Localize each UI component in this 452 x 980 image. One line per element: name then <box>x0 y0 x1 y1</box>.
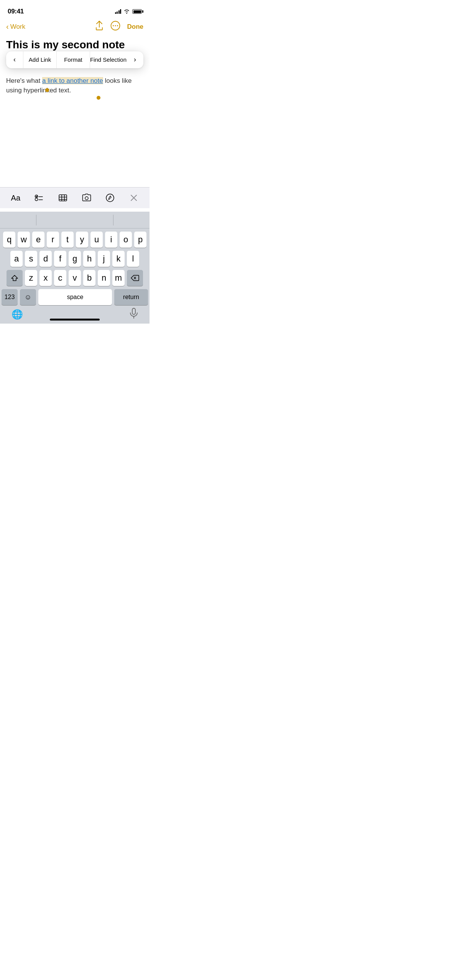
key-o[interactable]: o <box>120 232 132 248</box>
back-button[interactable]: ‹ Work <box>6 23 25 31</box>
emoji-key[interactable]: ☺ <box>20 289 36 305</box>
selection-handle-left <box>45 88 49 92</box>
selection-handle-right <box>97 96 100 100</box>
key-b[interactable]: b <box>83 270 95 286</box>
nav-actions: Done <box>95 21 144 33</box>
svg-point-6 <box>35 198 38 201</box>
share-icon[interactable] <box>95 21 104 33</box>
key-g[interactable]: g <box>69 251 81 267</box>
context-menu-add-link[interactable]: Add Link <box>23 51 56 68</box>
status-bar: 09:41 <box>0 0 150 18</box>
keyboard: q w e r t y u i o p a s d f g h j k l z … <box>0 212 150 324</box>
home-indicator <box>50 319 100 321</box>
key-s[interactable]: s <box>25 251 37 267</box>
key-y[interactable]: y <box>76 232 88 248</box>
status-icons <box>115 9 142 14</box>
key-z[interactable]: z <box>25 270 37 286</box>
note-link-text: a link to another note <box>42 77 103 84</box>
key-f[interactable]: f <box>54 251 66 267</box>
wifi-icon <box>123 9 130 14</box>
key-r[interactable]: r <box>47 232 59 248</box>
battery-icon <box>132 9 142 14</box>
font-icon: Aa <box>11 194 20 202</box>
markup-icon <box>105 193 115 202</box>
svg-point-1 <box>113 25 114 26</box>
table-button[interactable] <box>54 189 71 206</box>
note-title-area: This is my second note <box>0 35 150 51</box>
context-menu-container: ‹ Add Link Format Find Selection › <box>6 51 143 68</box>
svg-point-2 <box>115 25 116 26</box>
toolbar: Aa <box>0 187 150 208</box>
svg-point-3 <box>117 25 118 26</box>
context-menu-next-button[interactable]: › <box>127 51 143 68</box>
key-i[interactable]: i <box>105 232 117 248</box>
key-l[interactable]: l <box>127 251 139 267</box>
key-w[interactable]: w <box>18 232 30 248</box>
markup-button[interactable] <box>102 189 118 206</box>
context-menu: ‹ Add Link Format Find Selection › <box>6 51 143 68</box>
key-j[interactable]: j <box>98 251 110 267</box>
context-menu-format[interactable]: Format <box>56 51 90 68</box>
keyboard-row-2: a s d f g h j k l <box>0 251 150 270</box>
suggestion-divider-right <box>113 215 113 225</box>
checklist-icon <box>35 193 44 202</box>
key-x[interactable]: x <box>39 270 52 286</box>
return-key[interactable]: return <box>114 289 148 305</box>
font-button[interactable]: Aa <box>7 189 24 206</box>
nav-bar: ‹ Work Done <box>0 18 150 35</box>
table-icon <box>58 193 67 202</box>
signal-bars-icon <box>115 9 122 14</box>
close-icon <box>130 194 137 201</box>
more-icon[interactable] <box>110 21 120 33</box>
keyboard-row-1: q w e r t y u i o p <box>0 229 150 251</box>
keyboard-row-4: 123 ☺ space return <box>0 289 150 308</box>
key-v[interactable]: v <box>69 270 81 286</box>
close-toolbar-button[interactable] <box>125 189 142 206</box>
key-c[interactable]: c <box>54 270 66 286</box>
context-menu-find-selection[interactable]: Find Selection <box>90 51 127 68</box>
keyboard-bottom: 🌐 <box>0 308 150 324</box>
shift-key[interactable] <box>7 270 23 286</box>
numbers-key[interactable]: 123 <box>2 289 18 305</box>
back-chevron-icon: ‹ <box>6 22 9 31</box>
key-m[interactable]: m <box>112 270 125 286</box>
key-k[interactable]: k <box>112 251 125 267</box>
svg-rect-8 <box>59 195 67 201</box>
svg-point-13 <box>85 197 88 200</box>
key-t[interactable]: t <box>61 232 74 248</box>
keyboard-row-3: z x c v b n m <box>0 270 150 289</box>
done-button[interactable]: Done <box>127 23 144 31</box>
key-d[interactable]: d <box>39 251 52 267</box>
suggestion-divider-left <box>36 215 36 225</box>
key-n[interactable]: n <box>98 270 110 286</box>
note-title: This is my second note <box>6 38 143 51</box>
svg-point-14 <box>106 194 114 202</box>
note-body: Here's what a link to another note looks… <box>0 68 150 95</box>
svg-rect-15 <box>132 308 135 314</box>
back-label: Work <box>10 23 25 31</box>
globe-icon[interactable]: 🌐 <box>12 309 23 320</box>
note-text: Here's what a link to another note looks… <box>6 77 131 94</box>
key-a[interactable]: a <box>10 251 23 267</box>
camera-icon <box>82 194 92 202</box>
context-menu-prev-button[interactable]: ‹ <box>6 51 23 68</box>
backspace-key[interactable] <box>127 270 143 286</box>
key-e[interactable]: e <box>32 232 44 248</box>
key-h[interactable]: h <box>83 251 95 267</box>
space-key[interactable]: space <box>38 289 112 305</box>
note-text-before: Here's what <box>6 77 42 84</box>
checklist-button[interactable] <box>31 189 48 206</box>
camera-button[interactable] <box>78 189 95 206</box>
key-p[interactable]: p <box>134 232 146 248</box>
key-u[interactable]: u <box>90 232 103 248</box>
mic-icon[interactable] <box>130 308 138 321</box>
key-q[interactable]: q <box>3 232 15 248</box>
status-time: 09:41 <box>8 8 24 15</box>
